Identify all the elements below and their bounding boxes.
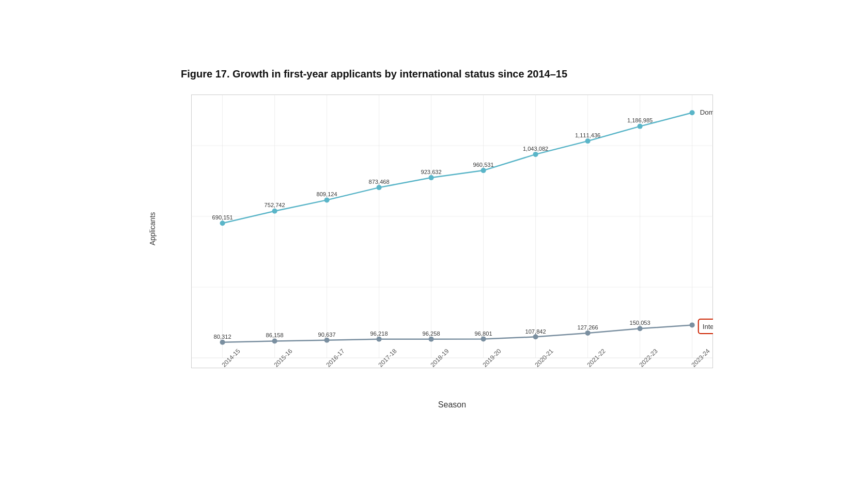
international-line [223, 325, 692, 342]
intl-dot-0 [220, 340, 225, 345]
chart-title: Figure 17. Growth in first-year applican… [150, 68, 718, 80]
svg-text:2018-19: 2018-19 [429, 347, 451, 368]
svg-text:86,158: 86,158 [266, 332, 284, 338]
domestic-dot-9 [690, 110, 695, 115]
svg-text:960,531: 960,531 [473, 162, 494, 168]
domestic-line [223, 113, 692, 223]
svg-text:873,468: 873,468 [369, 179, 390, 185]
intl-dot-2 [324, 338, 330, 343]
intl-dot-8 [638, 326, 643, 331]
svg-text:2016-17: 2016-17 [324, 347, 346, 368]
chart-svg: 0 500,000 1,000,000 2014-15 2015-16 2016… [191, 95, 713, 368]
x-axis-label: Season [438, 400, 466, 409]
svg-text:150,053: 150,053 [630, 320, 650, 326]
domestic-dot-0 [220, 221, 225, 226]
svg-text:2017-18: 2017-18 [377, 347, 398, 368]
domestic-dot-6 [533, 152, 538, 157]
svg-text:2021-22: 2021-22 [585, 347, 607, 368]
svg-text:96,258: 96,258 [423, 330, 440, 337]
intl-legend: International: 168,381 (+12%) [703, 323, 713, 330]
svg-text:2022-23: 2022-23 [638, 347, 659, 368]
intl-dot-1 [272, 339, 277, 344]
intl-dot-5 [481, 336, 486, 341]
domestic-dot-1 [272, 209, 277, 214]
intl-dot-6 [533, 334, 538, 339]
intl-dot-4 [429, 337, 434, 342]
svg-text:2020-21: 2020-21 [533, 347, 555, 368]
svg-text:2023-24: 2023-24 [690, 347, 711, 368]
svg-text:1,043,082: 1,043,082 [523, 146, 548, 152]
chart-wrapper: Figure 17. Growth in first-year applican… [150, 68, 718, 410]
intl-dot-3 [377, 337, 382, 342]
domestic-dot-2 [324, 197, 330, 202]
svg-text:96,801: 96,801 [475, 330, 492, 337]
svg-text:809,124: 809,124 [317, 191, 337, 197]
svg-text:752,742: 752,742 [265, 202, 285, 208]
domestic-dot-7 [585, 138, 591, 144]
domestic-legend: Domestic: 1,256,702 (+6%) [700, 108, 713, 116]
svg-text:1,111,436: 1,111,436 [575, 132, 600, 138]
svg-text:96,218: 96,218 [370, 330, 388, 337]
svg-text:80,312: 80,312 [214, 334, 231, 340]
domestic-dot-5 [481, 168, 486, 173]
domestic-dot-8 [638, 124, 643, 129]
domestic-dot-4 [429, 175, 434, 180]
intl-dot-7 [585, 330, 591, 336]
page-container: Figure 17. Growth in first-year applican… [0, 0, 868, 488]
svg-text:90,637: 90,637 [318, 332, 336, 338]
domestic-dot-3 [377, 185, 382, 190]
svg-text:2015-16: 2015-16 [272, 347, 294, 368]
svg-text:107,842: 107,842 [525, 328, 546, 335]
svg-text:690,151: 690,151 [212, 214, 233, 221]
svg-text:1,186,985: 1,186,985 [627, 117, 653, 123]
intl-dot-9 [690, 322, 695, 327]
svg-text:2014-15: 2014-15 [220, 347, 242, 368]
svg-text:923,632: 923,632 [421, 169, 442, 175]
svg-text:2019-20: 2019-20 [481, 347, 503, 368]
chart-area: Applicants Season [150, 89, 718, 410]
y-axis-label: Applicants [148, 212, 157, 246]
svg-text:127,266: 127,266 [578, 324, 598, 330]
